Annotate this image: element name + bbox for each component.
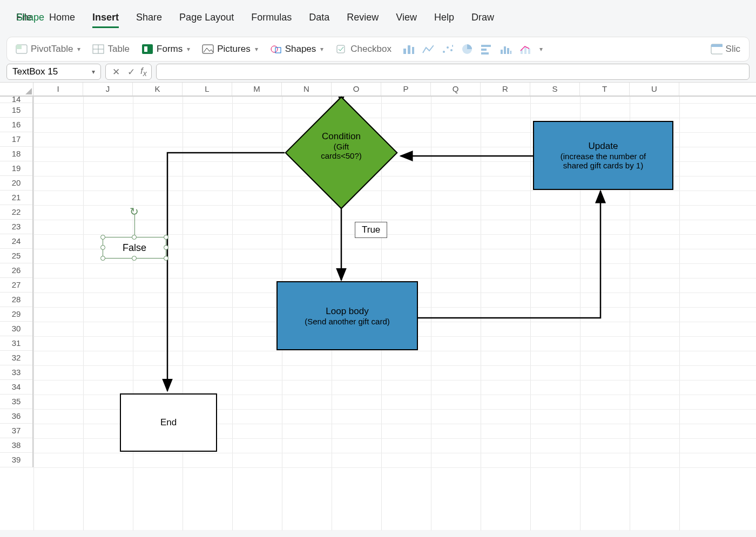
- histogram-icon[interactable]: [500, 44, 511, 54]
- fx-icon[interactable]: fx: [140, 66, 147, 78]
- row-header[interactable]: 28: [0, 293, 32, 307]
- ribbon: PivotTable ▾ Table Forms ▾ Pictures ▾ Sh…: [6, 37, 750, 62]
- column-chart-icon[interactable]: [402, 44, 414, 54]
- row-header[interactable]: 14: [0, 97, 32, 103]
- false-textbox-selected[interactable]: False ↻: [103, 237, 166, 259]
- pictures-button[interactable]: Pictures ▾: [201, 43, 259, 56]
- menu-view[interactable]: View: [396, 10, 417, 28]
- row-header[interactable]: 15: [0, 103, 32, 118]
- row-header[interactable]: 31: [0, 336, 32, 351]
- rotate-handle-icon[interactable]: ↻: [130, 205, 139, 215]
- chevron-down-icon: ▾: [92, 68, 95, 76]
- formula-input[interactable]: [156, 64, 750, 80]
- resize-handle[interactable]: [100, 256, 105, 261]
- svg-point-16: [450, 49, 453, 51]
- resize-handle[interactable]: [164, 245, 168, 250]
- col-header[interactable]: M: [232, 83, 282, 96]
- svg-rect-20: [481, 49, 487, 51]
- col-header[interactable]: P: [381, 83, 431, 96]
- row-header[interactable]: 20: [0, 176, 32, 191]
- col-header[interactable]: L: [183, 83, 232, 96]
- menu-share[interactable]: Share: [136, 10, 162, 28]
- col-header[interactable]: K: [133, 83, 183, 96]
- accept-formula-button[interactable]: ✓: [125, 66, 137, 78]
- chevron-down-icon[interactable]: ▾: [539, 45, 543, 53]
- menu-home[interactable]: Home: [49, 10, 75, 28]
- row-header[interactable]: 26: [0, 263, 32, 278]
- svg-rect-19: [481, 45, 491, 47]
- name-box[interactable]: TextBox 15 ▾: [6, 64, 101, 80]
- shapes-button[interactable]: Shapes ▾: [269, 43, 325, 56]
- menu-data[interactable]: Data: [309, 10, 329, 28]
- resize-handle[interactable]: [164, 235, 168, 240]
- menu-insert[interactable]: Insert: [92, 10, 119, 28]
- menu-help[interactable]: Help: [434, 10, 454, 28]
- col-header[interactable]: R: [481, 83, 530, 96]
- spreadsheet-grid[interactable]: I J K L M N O P Q R S T U 14 15 16 17 18…: [0, 82, 756, 530]
- row-header[interactable]: 35: [0, 395, 32, 409]
- col-header[interactable]: J: [83, 83, 133, 96]
- menu-draw[interactable]: Draw: [471, 10, 494, 28]
- svg-rect-25: [510, 51, 511, 54]
- resize-handle[interactable]: [132, 256, 137, 261]
- select-all-triangle[interactable]: [0, 83, 33, 96]
- col-header[interactable]: S: [530, 83, 580, 96]
- pictures-icon: [202, 44, 214, 54]
- row-header[interactable]: 34: [0, 380, 32, 395]
- menu-page-layout[interactable]: Page Layout: [179, 10, 234, 28]
- row-header[interactable]: 36: [0, 409, 32, 424]
- pie-chart-icon[interactable]: [461, 44, 473, 54]
- col-header[interactable]: U: [630, 83, 679, 96]
- svg-rect-6: [144, 46, 147, 52]
- resize-handle[interactable]: [100, 235, 105, 240]
- row-header[interactable]: 18: [0, 147, 32, 161]
- row-header[interactable]: 39: [0, 453, 32, 467]
- row-header[interactable]: 38: [0, 438, 32, 453]
- row-header[interactable]: 27: [0, 278, 32, 293]
- row-header[interactable]: 16: [0, 118, 32, 132]
- table-button[interactable]: Table: [91, 43, 131, 56]
- slicer-label: Slic: [726, 44, 740, 55]
- row-header[interactable]: 25: [0, 249, 32, 263]
- line-chart-icon[interactable]: [422, 44, 434, 54]
- scatter-chart-icon[interactable]: [441, 44, 453, 54]
- col-header[interactable]: O: [332, 83, 381, 96]
- row-header[interactable]: 32: [0, 351, 32, 365]
- menu-formulas[interactable]: Formulas: [251, 10, 292, 28]
- pivot-table-label: PivotTable: [31, 44, 73, 55]
- combo-chart-icon[interactable]: [519, 44, 531, 54]
- slicer-button[interactable]: Slic: [710, 43, 741, 56]
- update-box[interactable]: Update (increase the number of shared gi…: [533, 121, 673, 190]
- condition-sub1: (Gift: [285, 142, 398, 151]
- row-header[interactable]: 30: [0, 322, 32, 336]
- checkbox-label: Checkbox: [350, 44, 392, 55]
- col-header[interactable]: I: [33, 83, 83, 96]
- forms-button[interactable]: Forms ▾: [140, 43, 191, 56]
- row-header[interactable]: 21: [0, 191, 32, 205]
- row-header[interactable]: 33: [0, 365, 32, 380]
- row-header[interactable]: 17: [0, 132, 32, 147]
- row-header[interactable]: 22: [0, 205, 32, 220]
- pivot-table-button[interactable]: PivotTable ▾: [15, 43, 82, 56]
- resize-handle[interactable]: [164, 256, 168, 261]
- col-header[interactable]: N: [282, 83, 332, 96]
- resize-handle[interactable]: [100, 245, 105, 250]
- row-header[interactable]: 29: [0, 307, 32, 322]
- resize-handle[interactable]: [132, 235, 137, 240]
- end-box[interactable]: End: [120, 393, 217, 452]
- loop-body-box[interactable]: Loop body (Send another gift card): [276, 281, 418, 350]
- row-header[interactable]: 19: [0, 161, 32, 176]
- menu-shape[interactable]: Shape: [16, 10, 44, 25]
- checkbox-button[interactable]: Checkbox: [334, 43, 393, 56]
- update-title: Update: [589, 141, 618, 152]
- svg-rect-10: [337, 45, 345, 53]
- row-header[interactable]: 24: [0, 234, 32, 249]
- col-header[interactable]: Q: [431, 83, 481, 96]
- condition-sub2: cards<50?): [285, 151, 398, 160]
- col-header[interactable]: T: [580, 83, 630, 96]
- bar-chart-icon[interactable]: [480, 44, 492, 54]
- menu-review[interactable]: Review: [347, 10, 379, 28]
- cancel-formula-button[interactable]: ✕: [110, 66, 122, 78]
- row-header[interactable]: 23: [0, 220, 32, 234]
- row-header[interactable]: 37: [0, 424, 32, 438]
